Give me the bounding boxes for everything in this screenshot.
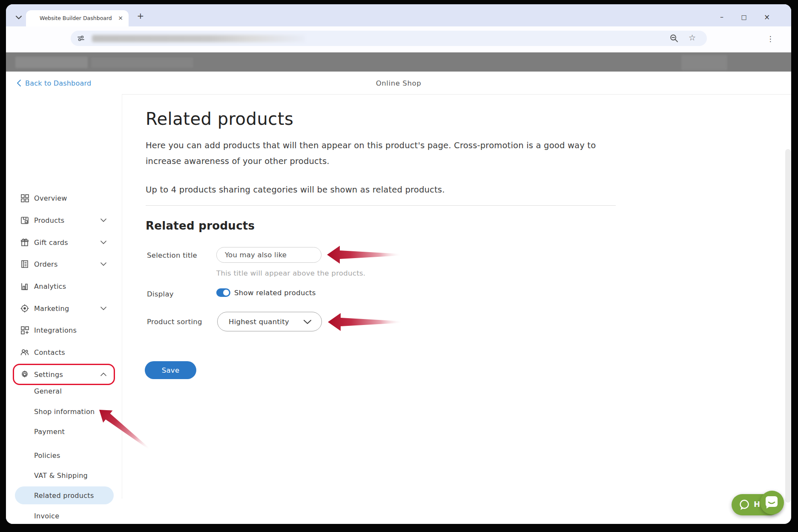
grid-icon xyxy=(20,193,29,203)
window-close-button[interactable]: × xyxy=(761,11,773,23)
section-divider xyxy=(146,205,616,206)
tab-search-button[interactable] xyxy=(13,12,25,23)
product-sorting-select[interactable]: Highest quantity xyxy=(217,312,322,331)
chat-launcher-button[interactable] xyxy=(760,491,784,515)
annotation-arrow-product-sorting xyxy=(328,313,405,331)
sidebar-item-payment[interactable]: Payment xyxy=(6,424,122,439)
annotation-arrow-selection-title xyxy=(327,245,404,264)
sidebar-item-contacts[interactable]: Contacts xyxy=(6,344,122,361)
gift-icon xyxy=(20,238,29,247)
list-icon xyxy=(20,259,29,269)
blurred-banner-item xyxy=(91,58,193,68)
browser-toolbar: ← → ↻ ☆ ⋮ xyxy=(6,26,791,52)
chat-greeting-text: H xyxy=(754,500,760,509)
browser-window: Website Builder Dashboard × + – □ × ← → … xyxy=(6,4,791,524)
sidebar-item-overview[interactable]: Overview xyxy=(6,190,122,207)
sidebar-item-marketing[interactable]: Marketing xyxy=(6,300,122,317)
tab-strip: Website Builder Dashboard × + – □ × xyxy=(6,4,791,26)
intro-paragraph-2: Up to 4 products sharing categories will… xyxy=(146,182,601,198)
toggle-knob xyxy=(223,290,229,296)
tab-close-icon[interactable]: × xyxy=(117,14,124,22)
sidebar: Overview Products Gift cards Orders Anal… xyxy=(6,94,122,524)
sidebar-item-products[interactable]: Products xyxy=(6,212,122,229)
bookmark-star-icon[interactable]: ☆ xyxy=(689,33,696,42)
sidebar-item-vat-shipping[interactable]: VAT & Shipping xyxy=(6,468,122,483)
bar-chart-icon xyxy=(20,282,29,291)
minimize-button[interactable]: – xyxy=(715,11,728,23)
blurred-banner-logo xyxy=(15,57,88,68)
zoom-out-icon[interactable] xyxy=(669,34,679,43)
gear-icon xyxy=(20,370,29,379)
chevron-down-icon xyxy=(100,241,106,244)
blurred-url-text xyxy=(92,35,305,42)
sidebar-divider xyxy=(122,94,122,499)
section-title: Related products xyxy=(146,219,255,232)
chevron-down-icon xyxy=(16,16,22,19)
show-related-products-toggle[interactable] xyxy=(216,288,230,297)
kebab-menu-icon[interactable]: ⋮ xyxy=(765,32,776,45)
people-icon xyxy=(20,348,29,357)
product-sorting-label: Product sorting xyxy=(147,318,202,326)
page-header: Back to Dashboard Online Shop xyxy=(6,72,791,95)
chevron-down-icon xyxy=(100,262,106,266)
sidebar-item-settings[interactable]: Settings xyxy=(6,366,122,383)
site-settings-icon[interactable] xyxy=(77,34,85,43)
main-title: Related products xyxy=(146,109,293,129)
sidebar-item-orders[interactable]: Orders xyxy=(6,256,122,273)
chat-bubble-icon xyxy=(738,499,750,511)
chat-smile-icon xyxy=(765,496,779,509)
blurred-banner-right xyxy=(681,55,727,70)
intro-paragraph-1: Here you can add products that will then… xyxy=(146,138,601,169)
selection-title-helper: This title will appear above the product… xyxy=(216,269,365,277)
sidebar-item-general[interactable]: General xyxy=(6,383,122,399)
chevron-down-icon xyxy=(100,219,106,222)
chevron-down-icon xyxy=(100,307,106,310)
tab-title: Website Builder Dashboard xyxy=(40,15,112,21)
new-tab-button[interactable]: + xyxy=(135,10,146,21)
blurred-top-banner xyxy=(6,52,791,72)
display-label: Display xyxy=(147,290,174,298)
sidebar-item-integrations[interactable]: Integrations xyxy=(6,322,122,339)
scrollbar-thumb[interactable] xyxy=(785,149,791,503)
maximize-button[interactable]: □ xyxy=(738,11,750,23)
sidebar-item-related-products[interactable]: Related products xyxy=(6,488,122,503)
sidebar-item-gift-cards[interactable]: Gift cards xyxy=(6,234,122,251)
browser-tab[interactable]: Website Builder Dashboard × xyxy=(26,10,129,26)
product-sorting-value: Highest quantity xyxy=(229,318,289,326)
address-bar[interactable]: ☆ xyxy=(71,31,707,46)
sidebar-item-invoice[interactable]: Invoice xyxy=(6,508,122,523)
chevron-up-icon xyxy=(100,373,106,376)
chevron-down-icon xyxy=(304,320,311,324)
toggle-label: Show related products xyxy=(234,289,316,297)
save-button[interactable]: Save xyxy=(145,361,196,379)
grid-plus-icon xyxy=(20,325,29,335)
selection-title-label: Selection title xyxy=(147,251,197,259)
package-icon xyxy=(20,216,29,225)
sidebar-item-shop-information[interactable]: Shop information xyxy=(6,404,122,419)
page-title: Online Shop xyxy=(6,79,791,87)
selection-title-input[interactable] xyxy=(216,247,321,263)
sidebar-item-policies[interactable]: Policies xyxy=(6,448,122,463)
target-icon xyxy=(20,304,29,313)
sidebar-item-analytics[interactable]: Analytics xyxy=(6,278,122,295)
